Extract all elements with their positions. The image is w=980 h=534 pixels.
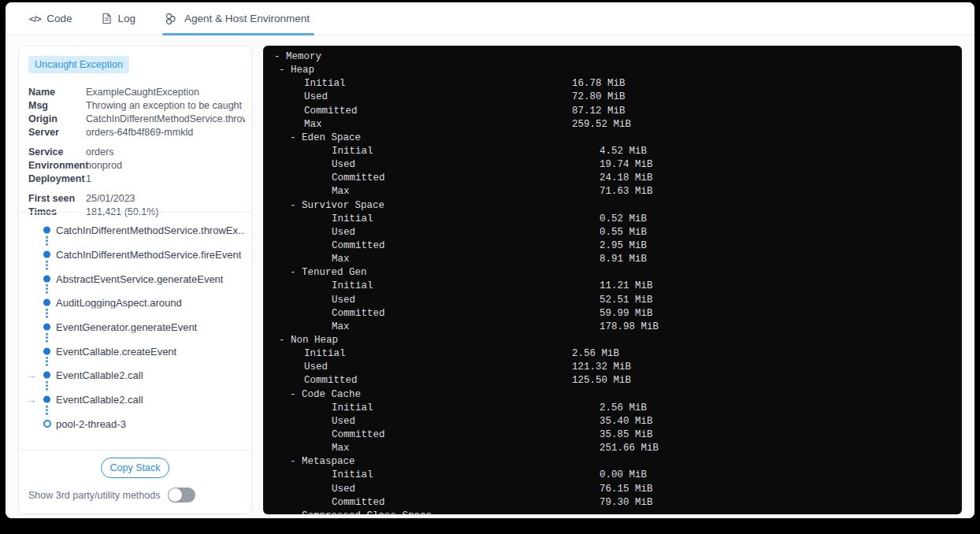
toggle-knob [169, 488, 182, 502]
memory-tree-value: 11.21 MiB [600, 280, 653, 293]
memory-tree-group-row[interactable]: - Eden Space [273, 132, 952, 145]
agent-icon [165, 13, 179, 25]
tab-code[interactable]: </> Code [29, 2, 72, 35]
memory-tree-leaf-row: Committed125.50 MiB [273, 374, 952, 388]
memory-tree-group-row[interactable]: - Code Cache [273, 388, 952, 402]
memory-tree-value: 35.85 MiB [600, 428, 653, 442]
stack-frame[interactable]: EventGenerator.generateEvent [19, 315, 251, 339]
field-label: Name [28, 86, 86, 99]
memory-tree-value: 125.50 MiB [572, 374, 631, 388]
stack-frame[interactable]: CatchInDifferentMethodService.throwEx... [19, 218, 251, 243]
memory-tree-value: 2.95 MiB [600, 239, 647, 253]
frame-marker-icon [43, 299, 50, 306]
memory-tree-group-row[interactable]: - Metaspace [273, 455, 952, 469]
field-label: First seen [28, 192, 86, 206]
memory-tree-label: Committed [273, 240, 385, 251]
memory-tree-leaf-row: Committed59.99 MiB [273, 307, 952, 321]
memory-tree-leaf-row: Used52.51 MiB [273, 294, 952, 307]
memory-tree-value: 0.55 MiB [600, 226, 647, 239]
log-icon [102, 13, 112, 24]
memory-tree-label: - Eden Space [273, 132, 361, 143]
stack-frame[interactable]: AuditLoggingAspect.around [19, 291, 251, 315]
memory-tree-group-row[interactable]: - Compressed Class Space [273, 510, 952, 514]
exception-fields: NameExampleCaughtExceptionMsgThrowing an… [28, 80, 245, 219]
stack-frame[interactable]: AbstractEventService.generateEvent [19, 266, 251, 291]
memory-tree-value: 72.80 MiB [572, 91, 625, 104]
stack-frame[interactable]: →EventCallable2.call [19, 388, 251, 412]
memory-tree-label: Used [273, 484, 355, 495]
code-icon: </> [29, 14, 41, 24]
field-row: Serviceorders [28, 146, 245, 159]
stack-frame[interactable]: →EventCallable2.call [19, 363, 251, 388]
field-value: orders [86, 146, 245, 159]
field-label: Server [28, 126, 86, 139]
memory-tree-value: 79.30 MiB [600, 496, 653, 510]
memory-tree-label: Used [273, 159, 355, 170]
tab-agent-host-environment[interactable]: Agent & Host Environment [165, 2, 310, 35]
field-group: NameExampleCaughtExceptionMsgThrowing an… [28, 80, 245, 139]
field-value: Throwing an exception to be caught by a … [86, 99, 245, 113]
field-value: nonprod [86, 159, 245, 172]
field-group: ServiceordersEnvironmentnonprodDeploymen… [28, 139, 245, 186]
tab-code-label: Code [46, 13, 72, 24]
divider [19, 212, 251, 213]
memory-tree-value: 16.78 MiB [572, 77, 625, 91]
memory-tree-value: 8.91 MiB [600, 253, 647, 266]
memory-tree-leaf-row: Max8.91 MiB [273, 253, 952, 266]
field-row: Environmentnonprod [28, 159, 245, 172]
memory-tree-leaf-row: Initial4.52 MiB [273, 145, 952, 158]
memory-tree-label: Used [273, 227, 355, 238]
memory-tree-group-row[interactable]: - Memory [273, 50, 952, 64]
memory-tree-label: Initial [273, 78, 346, 89]
memory-tree-group-row[interactable]: - Survivor Space [273, 199, 952, 213]
memory-tree-leaf-row: Committed2.95 MiB [273, 239, 952, 253]
field-value: orders-64fb4f869-mmkld [86, 126, 245, 139]
memory-tree-label: - Tenured Gen [273, 267, 367, 278]
memory-tree-leaf-row: Initial11.21 MiB [273, 280, 952, 293]
memory-tree-value: 35.40 MiB [600, 415, 653, 428]
memory-tree-value: 59.99 MiB [600, 307, 653, 321]
memory-tree-value: 2.56 MiB [600, 402, 647, 415]
memory-tree-group-row[interactable]: - Non Heap [273, 334, 952, 347]
memory-tree-leaf-row: Committed24.18 MiB [273, 172, 952, 185]
memory-tree-leaf-row: Committed35.85 MiB [273, 428, 952, 442]
stack-frame-label: EventCallable2.call [56, 394, 143, 406]
window-frame: </> Code Log Agent & Host Env [0, 0, 980, 534]
memory-tree-label: Committed [273, 106, 358, 117]
memory-tree-label: Initial [273, 402, 373, 413]
memory-tree-panel[interactable]: - Memory- HeapInitial16.78 MiBUsed72.80 … [263, 46, 962, 514]
memory-tree-value: 71.63 MiB [600, 185, 653, 198]
stack-frame-label: CatchInDifferentMethodService.fireEvent [56, 249, 241, 261]
frame-marker-icon [43, 396, 50, 403]
memory-tree-value: 178.98 MiB [600, 321, 659, 334]
stack-frame[interactable]: pool-2-thread-3 [19, 412, 251, 436]
memory-tree-label: - Compressed Class Space [273, 510, 432, 514]
memory-tree-leaf-row: Initial2.56 MiB [273, 347, 952, 361]
tab-log[interactable]: Log [102, 2, 135, 35]
app-window: </> Code Log Agent & Host Env [6, 2, 974, 518]
field-label: Deployment [28, 172, 86, 186]
memory-tree-value: 2.56 MiB [572, 347, 619, 361]
memory-tree-label: Committed [273, 375, 358, 386]
memory-tree-label: Max [273, 119, 322, 130]
stack-frame[interactable]: EventCallable.createEvent [19, 339, 251, 363]
tab-agent-label: Agent & Host Environment [184, 13, 310, 24]
field-label: Origin [28, 113, 86, 126]
stack-frame[interactable]: CatchInDifferentMethodService.fireEvent [19, 243, 251, 267]
third-party-toggle[interactable] [168, 488, 195, 502]
memory-tree-label: Used [273, 362, 328, 373]
memory-tree-label: Committed [273, 429, 385, 440]
memory-tree-leaf-row: Used72.80 MiB [273, 91, 952, 104]
memory-tree-leaf-row: Used76.15 MiB [273, 483, 952, 496]
memory-tree-group-row[interactable]: - Tenured Gen [273, 266, 952, 280]
frame-marker-icon [43, 227, 50, 234]
copy-stack-button[interactable]: Copy Stack [101, 458, 170, 478]
divider [19, 450, 251, 451]
memory-tree-label: Initial [273, 146, 373, 157]
memory-tree-leaf-row: Committed87.12 MiB [273, 105, 952, 118]
memory-tree-value: 76.15 MiB [600, 483, 653, 496]
field-label: Service [28, 146, 86, 159]
tab-log-label: Log [117, 13, 135, 24]
current-frame-arrow-icon: → [25, 369, 37, 382]
memory-tree-group-row[interactable]: - Heap [273, 64, 952, 77]
